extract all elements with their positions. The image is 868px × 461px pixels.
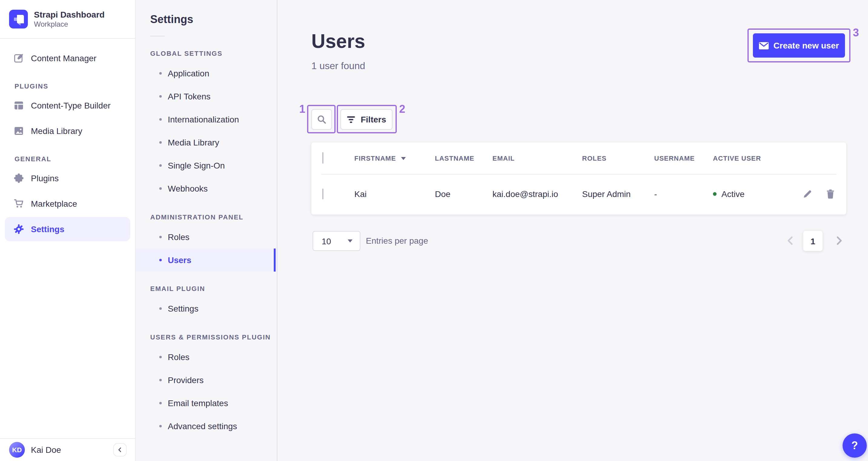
sidebar-item-label: Content Manager: [31, 53, 96, 63]
subnav-item-label: Roles: [168, 352, 190, 362]
search-icon: [317, 115, 327, 124]
bullet-icon: [159, 425, 162, 427]
filters-button[interactable]: Filters: [340, 109, 393, 130]
media-library-icon: [14, 126, 24, 136]
settings-gear-icon: [14, 224, 24, 234]
page-size-select[interactable]: 10: [313, 231, 361, 251]
subnav-section-administration-panel: ADMINISTRATION PANEL: [150, 213, 277, 221]
bullet-icon: [159, 307, 162, 310]
subnav-item-label: Media Library: [168, 138, 219, 147]
annotation-number-3: 3: [853, 27, 859, 39]
envelope-icon: [759, 41, 769, 49]
subnav-item-label: Providers: [168, 375, 204, 385]
create-new-user-button[interactable]: Create new user: [753, 33, 845, 58]
sidebar-collapse-button[interactable]: [113, 443, 127, 457]
chevron-down-icon: [348, 239, 352, 242]
subnav-item-label: API Tokens: [168, 91, 211, 101]
subnav-item-single-sign-on[interactable]: Single Sign-On: [136, 154, 277, 177]
sidebar-user-row: KD Kai Doe: [0, 438, 135, 461]
cell-active-status: Active: [713, 189, 781, 199]
column-header-email[interactable]: EMAIL: [492, 154, 582, 162]
bullet-icon: [159, 141, 162, 144]
status-active-dot-icon: [713, 192, 717, 196]
subnav-item-email-templates[interactable]: Email templates: [136, 392, 277, 414]
sidebar-item-content-manager[interactable]: Content Manager: [5, 46, 130, 70]
column-header-roles[interactable]: ROLES: [582, 154, 654, 162]
subnav-item-internationalization[interactable]: Internationalization: [136, 108, 277, 131]
workspace-switcher[interactable]: Strapi Dashboard Workplace: [0, 0, 135, 39]
subnav-section-global-settings: GLOBAL SETTINGS: [150, 50, 277, 57]
subnav-item-media-library[interactable]: Media Library: [136, 131, 277, 154]
create-new-user-label: Create new user: [774, 40, 839, 50]
table-header-row: FIRSTNAME LASTNAME EMAIL ROLES USERNAME …: [311, 142, 846, 174]
sidebar-section-plugins: PLUGINS: [14, 82, 135, 90]
subnav-item-label: Roles: [168, 232, 190, 242]
sidebar-item-content-type-builder[interactable]: Content-Type Builder: [5, 93, 130, 118]
workspace-title: Strapi Dashboard: [34, 9, 104, 20]
sidebar-item-marketplace[interactable]: Marketplace: [5, 192, 130, 216]
subnav-item-admin-roles[interactable]: Roles: [136, 226, 277, 249]
subnav-item-label: Application: [168, 68, 209, 78]
content-type-builder-icon: [14, 100, 24, 110]
edit-pencil-icon[interactable]: [803, 189, 812, 199]
subnav-item-webhooks[interactable]: Webhooks: [136, 177, 277, 200]
select-all-checkbox[interactable]: [322, 152, 323, 164]
subnav-item-email-settings[interactable]: Settings: [136, 297, 277, 320]
subnav-item-up-roles[interactable]: Roles: [136, 346, 277, 369]
users-table: FIRSTNAME LASTNAME EMAIL ROLES USERNAME …: [311, 142, 846, 214]
sidebar-item-settings[interactable]: Settings: [5, 217, 130, 241]
sidebar-item-label: Settings: [31, 224, 64, 234]
bullet-icon: [159, 118, 162, 121]
page-title: Users: [311, 30, 365, 53]
subnav-item-providers[interactable]: Providers: [136, 369, 277, 392]
subnav-item-label: Webhooks: [168, 184, 208, 193]
subnav-item-label: Internationalization: [168, 115, 239, 124]
table-divider: [321, 174, 837, 175]
row-checkbox[interactable]: [322, 189, 323, 199]
user-name: Kai Doe: [31, 445, 107, 455]
column-header-active-user[interactable]: ACTIVE USER: [713, 154, 781, 162]
subnav-item-application[interactable]: Application: [136, 62, 277, 85]
column-header-firstname[interactable]: FIRSTNAME: [354, 154, 435, 162]
sidebar-item-plugins[interactable]: Plugins: [5, 166, 130, 190]
cell-email: kai.doe@strapi.io: [492, 189, 582, 199]
column-header-username[interactable]: USERNAME: [654, 154, 713, 162]
annotation-number-2: 2: [399, 103, 405, 116]
sidebar-item-media-library[interactable]: Media Library: [5, 119, 130, 143]
content-manager-icon: [14, 53, 24, 63]
page-size-value: 10: [322, 236, 331, 246]
strapi-admin-app: Strapi Dashboard Workplace Content Manag…: [0, 0, 868, 461]
sidebar-section-general: GENERAL: [14, 155, 135, 163]
subnav-item-api-tokens[interactable]: API Tokens: [136, 85, 277, 108]
brand-text: Strapi Dashboard Workplace: [34, 9, 104, 29]
bullet-icon: [159, 356, 162, 358]
search-button[interactable]: [311, 109, 332, 130]
status-badge: Active: [721, 189, 744, 199]
subnav-item-admin-users[interactable]: Users: [136, 249, 277, 271]
annotation-number-1: 1: [294, 103, 305, 116]
pagination-next-button[interactable]: [834, 235, 844, 246]
plugins-icon: [14, 173, 24, 183]
subnav-item-advanced-settings[interactable]: Advanced settings: [136, 414, 277, 438]
page-subtitle: 1 user found: [311, 61, 365, 71]
help-button[interactable]: ?: [842, 433, 867, 458]
subnav-item-label: Users: [168, 255, 191, 265]
pagination-prev-button[interactable]: [785, 235, 796, 246]
subnav-title: Settings: [136, 13, 277, 26]
bullet-icon: [159, 72, 162, 75]
filters-label: Filters: [361, 115, 386, 124]
sidebar-item-label: Content-Type Builder: [31, 100, 111, 110]
avatar[interactable]: KD: [9, 442, 25, 458]
bullet-icon: [159, 402, 162, 404]
strapi-logo-icon: [9, 10, 28, 28]
sidebar-item-label: Plugins: [31, 173, 59, 183]
column-header-lastname[interactable]: LASTNAME: [435, 154, 492, 162]
bullet-icon: [159, 236, 162, 238]
bullet-icon: [159, 164, 162, 167]
bullet-icon: [159, 95, 162, 97]
row-actions: [781, 189, 846, 199]
delete-trash-icon[interactable]: [826, 189, 835, 199]
pagination-page-1[interactable]: 1: [803, 231, 823, 251]
table-row[interactable]: Kai Doe kai.doe@strapi.io Super Admin - …: [311, 174, 846, 214]
marketplace-icon: [14, 199, 24, 208]
